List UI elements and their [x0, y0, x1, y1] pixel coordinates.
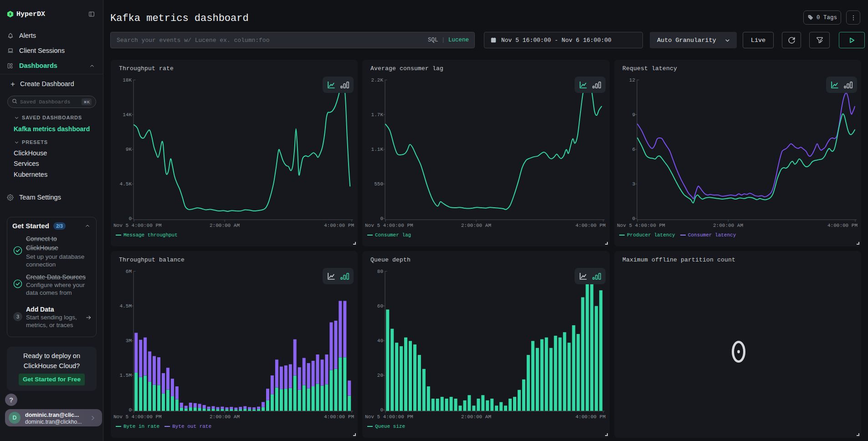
svg-text:4:00:00 PM: 4:00:00 PM — [575, 414, 606, 420]
svg-text:0: 0 — [380, 216, 383, 221]
svg-text:0: 0 — [632, 216, 635, 221]
svg-text:6: 6 — [632, 147, 635, 152]
svg-text:80: 80 — [377, 269, 383, 274]
svg-text:1.5M: 1.5M — [120, 373, 132, 378]
svg-text:2:00:00 AM: 2:00:00 AM — [210, 414, 240, 420]
svg-text:4.5K: 4.5K — [120, 181, 132, 187]
svg-text:4:00:00 PM: 4:00:00 PM — [324, 414, 354, 420]
svg-text:60: 60 — [377, 303, 383, 309]
svg-text:2:00:00 AM: 2:00:00 AM — [713, 223, 743, 228]
svg-text:4:00:00 PM: 4:00:00 PM — [827, 223, 858, 228]
svg-text:1.7K: 1.7K — [371, 112, 384, 118]
svg-text:0: 0 — [380, 407, 383, 413]
svg-text:Nov 5 4:00:00 PM: Nov 5 4:00:00 PM — [617, 223, 665, 228]
svg-text:3: 3 — [632, 181, 635, 187]
svg-text:1.1K: 1.1K — [371, 147, 384, 152]
svg-text:Nov 5 4:00:00 PM: Nov 5 4:00:00 PM — [365, 223, 413, 228]
svg-text:Nov 5 4:00:00 PM: Nov 5 4:00:00 PM — [113, 223, 162, 228]
svg-text:14K: 14K — [123, 112, 132, 118]
svg-text:0: 0 — [128, 407, 132, 413]
svg-text:40: 40 — [377, 338, 383, 344]
svg-text:2:00:00 AM: 2:00:00 AM — [210, 223, 240, 228]
svg-text:4.5M: 4.5M — [120, 303, 132, 309]
svg-text:550: 550 — [374, 181, 383, 187]
svg-text:3M: 3M — [126, 338, 132, 344]
svg-text:6M: 6M — [126, 269, 132, 274]
svg-text:4:00:00 PM: 4:00:00 PM — [575, 223, 606, 228]
svg-text:12: 12 — [629, 77, 635, 83]
svg-text:9: 9 — [632, 112, 635, 118]
svg-text:0: 0 — [128, 216, 132, 221]
svg-text:2.2K: 2.2K — [371, 77, 384, 83]
svg-text:2:00:00 AM: 2:00:00 AM — [461, 414, 491, 420]
svg-text:4:00:00 PM: 4:00:00 PM — [324, 223, 354, 228]
svg-text:18K: 18K — [123, 77, 132, 83]
svg-text:9K: 9K — [126, 147, 132, 152]
svg-text:Nov 5 4:00:00 PM: Nov 5 4:00:00 PM — [113, 414, 162, 420]
svg-text:Nov 5 4:00:00 PM: Nov 5 4:00:00 PM — [365, 414, 413, 420]
svg-text:20: 20 — [377, 373, 383, 378]
svg-text:2:00:00 AM: 2:00:00 AM — [461, 223, 491, 228]
